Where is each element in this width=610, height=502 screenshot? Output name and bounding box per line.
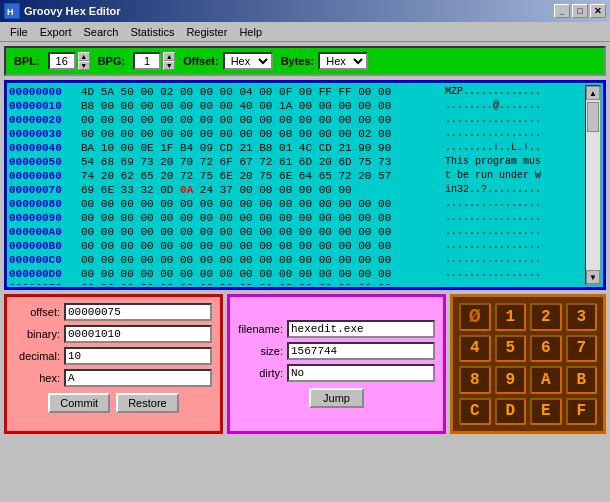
hex-address: 00000010 (9, 99, 81, 113)
bpg-down[interactable]: ▼ (163, 61, 175, 70)
close-button[interactable]: ✕ (590, 4, 606, 18)
restore-button[interactable]: Restore (116, 393, 179, 413)
hex-bytes[interactable]: 00 00 00 00 00 00 00 00 00 00 00 00 00 0… (81, 253, 439, 267)
jump-button[interactable]: Jump (309, 388, 364, 408)
bpl-up[interactable]: ▲ (78, 52, 90, 61)
binary-field[interactable] (64, 325, 212, 343)
size-field[interactable] (287, 342, 435, 360)
bpl-spinner: ▲ ▼ (48, 52, 90, 70)
offset-select[interactable]: Hex Dec (223, 52, 273, 70)
vertical-scrollbar[interactable]: ▲ ▼ (585, 85, 601, 285)
hex-bytes[interactable]: 54 68 69 73 20 70 72 6F 67 72 61 6D 20 6… (81, 155, 439, 169)
hex-key-9[interactable]: 9 (495, 366, 527, 394)
hex-key-1[interactable]: 1 (495, 303, 527, 331)
menu-file[interactable]: File (4, 24, 34, 40)
scroll-down[interactable]: ▼ (586, 270, 600, 284)
offset-row: offset: (15, 303, 212, 321)
menu-bar: File Export Search Statistics Register H… (0, 22, 610, 42)
hex-bytes[interactable]: 00 00 00 00 00 00 00 00 00 00 00 00 00 0… (81, 225, 439, 239)
hex-key-e[interactable]: E (530, 398, 562, 426)
hex-bytes[interactable]: 00 00 00 00 00 00 00 00 00 00 00 00 00 0… (81, 127, 439, 141)
ascii-row: ........@....... (445, 99, 585, 113)
decimal-field-label: decimal: (15, 350, 60, 362)
maximize-button[interactable]: □ (572, 4, 588, 18)
hex-row: 0000006074 20 62 65 20 72 75 6E 20 75 6E… (9, 169, 439, 183)
ascii-row: ........!..L.!.. (445, 141, 585, 155)
hex-bytes[interactable]: 00 00 00 00 00 00 00 00 00 00 00 00 00 0… (81, 211, 439, 225)
bpl-input[interactable] (48, 52, 76, 70)
panel-middle-buttons: Jump (238, 388, 435, 408)
hex-row: 00000040BA 10 00 0E 1F B4 09 CD 21 B8 01… (9, 141, 439, 155)
hex-bytes[interactable]: BA 10 00 0E 1F B4 09 CD 21 B8 01 4C CD 2… (81, 141, 439, 155)
commit-button[interactable]: Commit (48, 393, 110, 413)
menu-help[interactable]: Help (233, 24, 268, 40)
hex-key-d[interactable]: D (495, 398, 527, 426)
hex-bytes[interactable]: B8 00 00 00 00 00 00 00 40 00 1A 00 00 0… (81, 99, 439, 113)
ascii-row: in32..?......... (445, 183, 585, 197)
hex-key-a[interactable]: A (530, 366, 562, 394)
hex-display[interactable]: 000000004D 5A 50 00 02 00 00 00 04 00 0F… (9, 85, 585, 285)
hex-address: 000000B0 (9, 239, 81, 253)
size-label: size: (238, 345, 283, 357)
decimal-field[interactable] (64, 347, 212, 365)
hex-bytes[interactable]: 00 00 00 00 00 00 00 00 00 00 00 00 00 0… (81, 113, 439, 127)
bpg-up[interactable]: ▲ (163, 52, 175, 61)
offset-field-label: offset: (15, 306, 60, 318)
hex-row: 00000010B8 00 00 00 00 00 00 00 40 00 1A… (9, 99, 439, 113)
hex-row: 0000005054 68 69 73 20 70 72 6F 67 72 61… (9, 155, 439, 169)
hex-bytes[interactable]: 74 20 62 65 20 72 75 6E 20 75 6E 64 65 7… (81, 169, 439, 183)
offset-field[interactable] (64, 303, 212, 321)
title-bar: H Groovy Hex Editor _ □ ✕ (0, 0, 610, 22)
svg-text:H: H (7, 7, 14, 17)
bytes-select[interactable]: Hex Dec (318, 52, 368, 70)
bottom-panels: offset: binary: decimal: hex: Commit Res… (4, 294, 606, 434)
hex-row: 000000C000 00 00 00 00 00 00 00 00 00 00… (9, 253, 439, 267)
minimize-button[interactable]: _ (554, 4, 570, 18)
hex-key-2[interactable]: 2 (530, 303, 562, 331)
bpl-down[interactable]: ▼ (78, 61, 90, 70)
bpg-input[interactable] (133, 52, 161, 70)
hex-key-5[interactable]: 5 (495, 335, 527, 363)
scroll-thumb[interactable] (587, 102, 599, 132)
hex-key-4[interactable]: 4 (459, 335, 491, 363)
hex-bytes[interactable]: 00 00 00 00 00 00 00 00 00 00 00 00 00 0… (81, 267, 439, 281)
ascii-row: MZP............. (445, 85, 585, 99)
hex-key-f[interactable]: F (566, 398, 598, 426)
menu-statistics[interactable]: Statistics (124, 24, 180, 40)
hex-key-3[interactable]: 3 (566, 303, 598, 331)
hex-row: 0000003000 00 00 00 00 00 00 00 00 00 00… (9, 127, 439, 141)
hex-key-c[interactable]: C (459, 398, 491, 426)
binary-field-label: binary: (15, 328, 60, 340)
ascii-row: ................ (445, 197, 585, 211)
hex-field-label: hex: (15, 372, 60, 384)
menu-export[interactable]: Export (34, 24, 78, 40)
menu-register[interactable]: Register (180, 24, 233, 40)
ascii-row: ................ (445, 225, 585, 239)
hex-key-6[interactable]: 6 (530, 335, 562, 363)
scroll-up[interactable]: ▲ (586, 86, 600, 100)
hex-field[interactable] (64, 369, 212, 387)
hex-bytes[interactable]: 00 00 00 00 00 00 00 00 00 00 00 00 00 0… (81, 239, 439, 253)
hex-bytes[interactable]: 00 00 00 00 00 00 00 00 00 00 00 00 00 0… (81, 281, 439, 285)
ascii-row: This program mus (445, 155, 585, 169)
hex-bytes[interactable]: 00 00 00 00 00 00 00 00 00 00 00 00 00 0… (81, 197, 439, 211)
hex-address: 000000C0 (9, 253, 81, 267)
hex-row: 000000A000 00 00 00 00 00 00 00 00 00 00… (9, 225, 439, 239)
hex-bytes[interactable]: 4D 5A 50 00 02 00 00 00 04 00 0F 00 FF F… (81, 85, 439, 99)
hex-key-b[interactable]: B (566, 366, 598, 394)
scroll-track[interactable] (586, 100, 600, 270)
hex-key-ø[interactable]: Ø (459, 303, 491, 331)
app-icon: H (4, 3, 20, 19)
hex-bytes[interactable]: 69 6E 33 32 0D 0A 24 37 00 00 00 00 00 0… (81, 183, 439, 197)
ascii-row: ................ (445, 113, 585, 127)
dirty-field[interactable] (287, 364, 435, 382)
bytes-label: Bytes: (281, 55, 315, 67)
menu-search[interactable]: Search (78, 24, 125, 40)
filename-row: filename: (238, 320, 435, 338)
hex-key-7[interactable]: 7 (566, 335, 598, 363)
offset-panel: offset: binary: decimal: hex: Commit Res… (4, 294, 223, 434)
filename-field[interactable] (287, 320, 435, 338)
window-content: BPL: ▲ ▼ BPG: ▲ ▼ Offset: Hex Dec Bytes: (0, 42, 610, 438)
hex-address: 00000030 (9, 127, 81, 141)
hex-key-8[interactable]: 8 (459, 366, 491, 394)
